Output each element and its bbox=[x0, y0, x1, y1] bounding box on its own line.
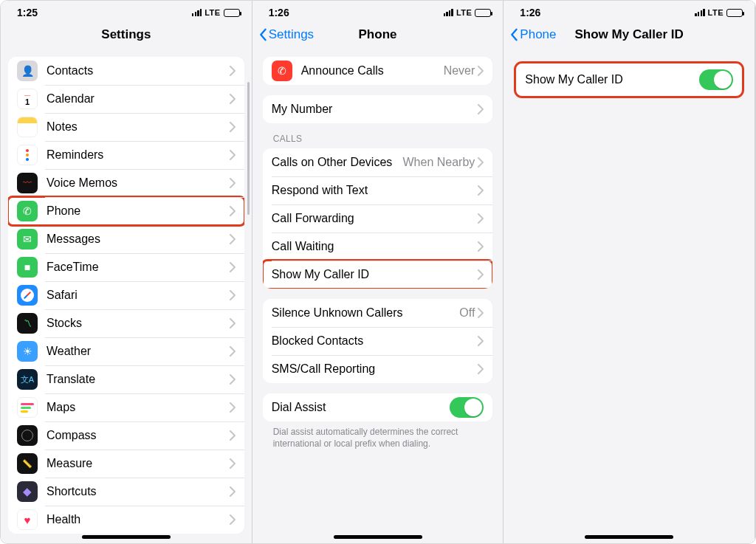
stocks-icon: 〽 bbox=[17, 313, 38, 334]
settings-row-phone[interactable]: ✆Phone bbox=[8, 197, 244, 225]
settings-row-calendar[interactable]: —1Calendar bbox=[8, 85, 244, 113]
settings-row-voicememos[interactable]: 〰Voice Memos bbox=[8, 169, 244, 197]
chevron-right-icon bbox=[478, 308, 484, 318]
settings-row-compass[interactable]: Compass bbox=[8, 421, 244, 450]
settings-row-reminders[interactable]: Reminders bbox=[8, 141, 244, 169]
chevron-left-icon bbox=[509, 28, 518, 41]
compass-icon bbox=[17, 425, 38, 446]
row-label: Call Forwarding bbox=[272, 212, 478, 225]
chevron-right-icon bbox=[230, 458, 236, 469]
shortcuts-icon: ◆ bbox=[17, 481, 38, 502]
group-dial-assist: Dial Assist bbox=[263, 393, 493, 421]
chevron-right-icon bbox=[230, 122, 236, 132]
home-indicator[interactable] bbox=[334, 535, 422, 539]
settings-row-notes[interactable]: Notes bbox=[8, 113, 244, 141]
settings-row-measure[interactable]: 📏Measure bbox=[8, 450, 244, 478]
row-label: Announce Calls bbox=[301, 64, 444, 78]
blocking-row[interactable]: SMS/Call Reporting bbox=[263, 355, 493, 383]
row-label: Phone bbox=[47, 204, 230, 218]
calls-row[interactable]: Show My Caller ID bbox=[263, 261, 493, 289]
chevron-right-icon bbox=[230, 178, 236, 188]
chevron-right-icon bbox=[230, 94, 236, 104]
row-label: Voice Memos bbox=[47, 176, 230, 190]
row-value: Never bbox=[444, 64, 475, 78]
calls-row[interactable]: Respond with Text bbox=[263, 176, 493, 204]
battery-icon bbox=[224, 9, 240, 17]
blocking-row[interactable]: Silence Unknown CallersOff bbox=[263, 299, 493, 327]
network-label: LTE bbox=[708, 8, 724, 17]
back-button[interactable]: Settings bbox=[258, 18, 314, 51]
row-label: Show My Caller ID bbox=[525, 73, 699, 86]
calls-row[interactable]: Call Forwarding bbox=[263, 204, 493, 233]
notes-icon bbox=[17, 117, 38, 137]
home-indicator[interactable] bbox=[585, 535, 673, 539]
settings-row-stocks[interactable]: 〽Stocks bbox=[8, 309, 244, 337]
dial-assist-toggle[interactable] bbox=[450, 397, 484, 418]
settings-list: 👤Contacts—1CalendarNotesReminders〰Voice … bbox=[8, 57, 244, 534]
chevron-right-icon bbox=[230, 290, 236, 300]
chevron-right-icon bbox=[230, 150, 236, 160]
group-calls: Calls on Other DevicesWhen NearbyRespond… bbox=[263, 148, 493, 289]
blocking-row[interactable]: Blocked Contacts bbox=[263, 327, 493, 355]
chevron-right-icon bbox=[230, 402, 236, 413]
calendar-icon: —1 bbox=[17, 89, 38, 109]
phone-content: ✆ Announce Calls Never My Number CALLS C… bbox=[252, 51, 504, 543]
back-button[interactable]: Phone bbox=[509, 18, 556, 51]
panel-phone: 1:26 LTE Settings Phone ✆ Announce Calls… bbox=[252, 1, 504, 543]
settings-row-translate[interactable]: 文ATranslate bbox=[8, 365, 244, 393]
home-indicator[interactable] bbox=[82, 535, 171, 539]
calls-row[interactable]: Call Waiting bbox=[263, 233, 493, 261]
calls-row[interactable]: Calls on Other DevicesWhen Nearby bbox=[263, 148, 493, 176]
maps-icon bbox=[17, 397, 38, 418]
settings-row-weather[interactable]: ☀Weather bbox=[8, 337, 244, 365]
chevron-right-icon bbox=[230, 262, 236, 272]
settings-row-maps[interactable]: Maps bbox=[8, 393, 244, 421]
row-announce-calls[interactable]: ✆ Announce Calls Never bbox=[263, 57, 493, 85]
back-label: Phone bbox=[520, 27, 556, 42]
settings-list-container: 👤Contacts—1CalendarNotesReminders〰Voice … bbox=[1, 51, 252, 543]
measure-icon: 📏 bbox=[17, 453, 38, 474]
network-label: LTE bbox=[205, 8, 220, 17]
settings-row-safari[interactable]: Safari bbox=[8, 281, 244, 309]
settings-row-shortcuts[interactable]: ◆Shortcuts bbox=[8, 478, 244, 506]
caller-id-toggle[interactable] bbox=[699, 69, 733, 90]
settings-row-health[interactable]: ♥Health bbox=[8, 506, 244, 534]
chevron-right-icon bbox=[230, 206, 236, 216]
panel-caller-id: 1:26 LTE Phone Show My Caller ID Show My… bbox=[504, 1, 755, 543]
contacts-icon: 👤 bbox=[17, 61, 38, 81]
settings-row-facetime[interactable]: ■FaceTime bbox=[8, 253, 244, 281]
row-label: Measure bbox=[47, 457, 230, 470]
row-show-caller-id[interactable]: Show My Caller ID bbox=[516, 63, 742, 96]
settings-row-contacts[interactable]: 👤Contacts bbox=[8, 57, 244, 85]
status-time: 1:25 bbox=[17, 7, 38, 18]
chevron-right-icon bbox=[478, 185, 484, 196]
status-bar: 1:26 LTE bbox=[504, 1, 755, 18]
page-title: Show My Caller ID bbox=[574, 27, 683, 42]
status-right: LTE bbox=[444, 8, 492, 17]
status-time: 1:26 bbox=[269, 7, 289, 18]
row-label: Maps bbox=[47, 401, 230, 414]
status-right: LTE bbox=[695, 8, 743, 17]
row-label: Silence Unknown Callers bbox=[272, 306, 460, 320]
facetime-icon: ■ bbox=[17, 257, 38, 278]
scrollbar[interactable] bbox=[247, 82, 250, 215]
row-label: Calls on Other Devices bbox=[272, 156, 403, 169]
chevron-right-icon bbox=[478, 241, 484, 252]
row-dial-assist[interactable]: Dial Assist bbox=[263, 393, 493, 421]
status-time: 1:26 bbox=[520, 7, 540, 18]
settings-row-messages[interactable]: ✉Messages bbox=[8, 225, 244, 253]
row-label: My Number bbox=[272, 103, 478, 116]
row-my-number[interactable]: My Number bbox=[263, 95, 493, 123]
chevron-right-icon bbox=[230, 318, 236, 328]
row-label: Blocked Contacts bbox=[272, 334, 478, 348]
panel-settings: 1:25 LTE Settings 👤Contacts—1CalendarNot… bbox=[1, 1, 252, 543]
battery-icon bbox=[475, 9, 491, 17]
nav-bar: Phone Show My Caller ID bbox=[504, 18, 755, 51]
voicememos-icon: 〰 bbox=[17, 173, 38, 193]
row-label: Reminders bbox=[47, 148, 230, 162]
chevron-right-icon bbox=[478, 213, 484, 224]
weather-icon: ☀ bbox=[17, 341, 38, 362]
row-label: FaceTime bbox=[47, 261, 230, 274]
safari-icon bbox=[17, 285, 38, 306]
signal-icon bbox=[192, 9, 202, 16]
